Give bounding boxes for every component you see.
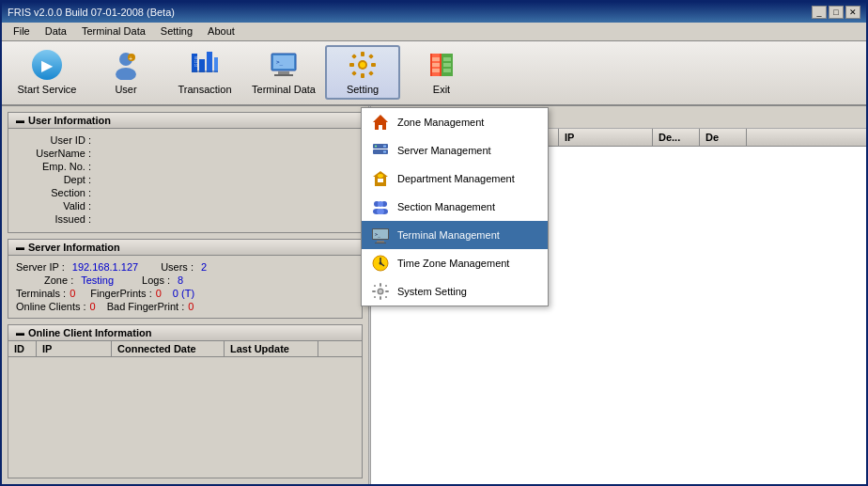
svg-rect-39 [383,146,386,148]
title-bar: FRIS v2.0.0 Build 07-01-2008 (Beta) _ □ … [2,2,866,23]
svg-rect-24 [368,55,374,60]
grid-col-de2[interactable]: De [700,129,747,146]
col-connected-date: Connected Date [112,341,225,356]
svg-rect-35 [443,69,451,72]
exit-label: Exit [433,84,450,95]
issued-label: Issued : [16,213,91,225]
svg-rect-30 [432,63,440,67]
minimize-button[interactable]: _ [812,6,827,19]
terminal-management-item[interactable]: >_ Terminal Management [362,221,548,249]
col-id: ID [8,341,37,356]
server-management-icon [371,141,390,160]
username-row: UserName : [16,148,354,159]
system-setting-icon [371,282,390,301]
user-button[interactable]: + User [88,45,163,100]
time-zone-management-icon [371,254,390,273]
zone-row: Zone : Testing Logs : 8 [16,274,354,286]
svg-rect-34 [443,63,451,67]
user-info-group: ▬ User Information User ID : UserName : … [8,112,363,233]
start-service-label: Start Service [18,84,77,95]
svg-rect-66 [385,290,389,292]
terminal-data-icon: >_ [269,50,299,80]
svg-rect-15 [274,74,293,76]
svg-rect-44 [380,179,383,182]
left-panel: ▬ User Information User ID : UserName : … [2,106,368,484]
transaction-label: Transaction [178,84,231,95]
online-client-collapse[interactable]: ▬ [16,328,24,337]
section-management-icon [371,197,390,216]
server-management-item[interactable]: Server Management [362,136,548,165]
users-value: 2 [201,261,207,273]
setting-label: Setting [347,84,379,95]
section-row: Section : [16,187,354,198]
setting-icon [348,50,378,80]
svg-text:>_: >_ [276,58,284,66]
system-setting-item[interactable]: System Setting [362,277,548,306]
section-management-label: Section Management [397,201,495,212]
online-client-title: Online Client Information [28,327,151,338]
svg-rect-45 [378,174,383,178]
svg-text:>_: >_ [375,231,381,238]
svg-rect-68 [385,285,388,288]
menu-data[interactable]: Data [38,24,74,39]
grid-col-ip[interactable]: IP [559,129,653,146]
svg-rect-20 [361,73,364,78]
svg-point-51 [377,209,384,214]
zone-management-icon [371,113,390,132]
menu-file[interactable]: File [6,24,38,39]
username-label: UserName : [16,148,91,159]
svg-rect-22 [371,63,376,67]
menu-setting[interactable]: Setting [153,24,200,39]
svg-rect-65 [372,290,376,292]
exit-button[interactable]: Exit [404,45,479,100]
svg-point-1 [116,68,136,80]
fingerprints-value: 0 [156,288,162,299]
menu-terminal-data[interactable]: Terminal Data [74,24,153,39]
zone-value: Testing [81,274,114,286]
svg-rect-63 [380,283,381,287]
svg-rect-55 [375,243,386,243]
col-ip: IP [37,341,112,356]
section-management-item[interactable]: Section Management [362,193,548,221]
logs-label: Logs : [142,274,170,286]
dept-label: Dept : [16,174,91,185]
terminal-data-button[interactable]: >_ Terminal Data [246,45,321,100]
online-client-table-header: ID IP Connected Date Last Update [8,341,362,357]
user-id-row: User ID : [16,134,354,146]
svg-rect-31 [432,69,440,72]
grid-col-de1[interactable]: De... [653,129,700,146]
online-client-table-body [8,357,362,414]
start-service-icon: ▶ [32,50,62,80]
menu-bar: File Data Terminal Data Setting About [2,23,866,41]
server-info-collapse[interactable]: ▬ [16,243,24,252]
user-info-header: ▬ User Information [8,113,362,129]
user-info-collapse[interactable]: ▬ [16,116,24,125]
online-clients-row: Online Clients : 0 Bad FingerPrint : 0 [16,301,354,312]
svg-text:10: 10 [194,64,198,68]
menu-about[interactable]: About [200,24,242,39]
online-client-header: ▬ Online Client Information [8,325,362,341]
department-management-icon [371,169,390,188]
users-label: Users : [161,261,194,273]
zone-management-label: Zone Management [397,117,484,128]
transaction-button[interactable]: 01 11 10 Transaction [167,45,242,100]
server-info-content: Server IP : 192.168.1.127 Users : 2 Zone… [8,256,362,318]
server-ip-row: Server IP : 192.168.1.127 Users : 2 [16,261,354,273]
setting-dropdown-menu: Zone Management Server Management [361,107,549,306]
svg-rect-40 [383,151,386,153]
svg-rect-64 [380,296,381,300]
time-zone-management-item[interactable]: Time Zone Management [362,249,548,277]
start-service-button[interactable]: ▶ Start Service [9,45,85,100]
valid-row: Valid : [16,200,354,212]
zone-management-item[interactable]: Zone Management [362,108,548,136]
department-management-label: Department Management [397,173,515,184]
setting-button[interactable]: Setting [325,45,400,100]
maximize-button[interactable]: □ [829,6,844,19]
close-button[interactable]: ✕ [845,6,860,19]
svg-marker-36 [373,115,388,130]
terminal-data-label: Terminal Data [252,84,316,95]
online-clients-value: 0 [90,301,96,312]
svg-text:+: + [129,55,132,62]
svg-point-18 [360,62,365,68]
department-management-item[interactable]: Department Management [362,165,548,193]
